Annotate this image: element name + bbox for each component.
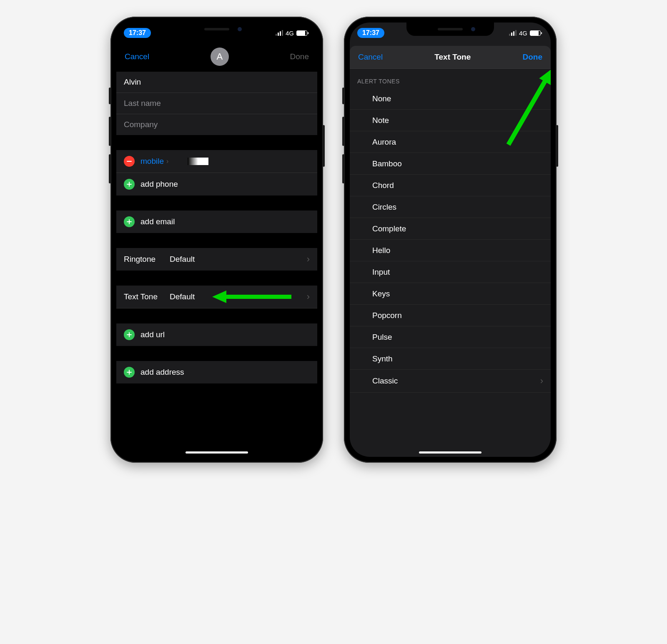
contact-edit-content: Alvin Last name Company mobile › add pho…: [116, 72, 317, 456]
text-tone-label: Text Tone: [124, 292, 165, 301]
phone-row[interactable]: mobile ›: [116, 150, 317, 173]
nav-bar: Cancel Text Tone Done: [350, 46, 551, 69]
notch: [406, 23, 494, 36]
minus-icon[interactable]: [124, 156, 135, 167]
add-email-row[interactable]: add email: [116, 210, 317, 233]
home-indicator[interactable]: [186, 451, 248, 454]
battery-icon: [296, 30, 307, 36]
tone-row[interactable]: Keys: [350, 283, 551, 305]
battery-icon: [530, 30, 541, 36]
tone-list-content: ALERT TONES NoneNoteAuroraBambooChordCir…: [350, 69, 551, 453]
tone-row[interactable]: Synth: [350, 348, 551, 370]
company-placeholder: Company: [124, 120, 158, 129]
contact-avatar[interactable]: A: [211, 48, 229, 66]
done-button[interactable]: Done: [522, 53, 542, 62]
tone-row[interactable]: Pulse: [350, 326, 551, 348]
last-name-field[interactable]: Last name: [116, 93, 317, 114]
chevron-right-icon: ›: [166, 158, 168, 165]
add-phone-row[interactable]: add phone: [116, 173, 317, 195]
tone-row[interactable]: Complete: [350, 218, 551, 240]
signal-icon: [509, 30, 517, 36]
done-button[interactable]: Done: [290, 52, 309, 61]
home-indicator[interactable]: [419, 451, 481, 454]
chevron-right-icon: ›: [540, 376, 543, 386]
cancel-button[interactable]: Cancel: [358, 53, 383, 62]
add-url-label: add url: [140, 330, 165, 339]
chevron-right-icon: ›: [307, 291, 310, 302]
text-tone-row[interactable]: Text Tone Default ›: [116, 286, 317, 308]
screen-left: 17:37 4G Cancel A Done Alvin Last name C…: [116, 23, 317, 457]
ringtone-value: Default: [170, 255, 195, 264]
chevron-right-icon: ›: [307, 254, 310, 265]
tone-row[interactable]: Circles: [350, 196, 551, 218]
plus-icon[interactable]: [124, 329, 135, 340]
tone-row[interactable]: Bamboo: [350, 153, 551, 175]
text-tone-value: Default: [170, 292, 195, 301]
phone-left: 17:37 4G Cancel A Done Alvin Last name C…: [110, 17, 323, 463]
cancel-button[interactable]: Cancel: [125, 52, 149, 61]
network-label: 4G: [286, 30, 294, 37]
status-time: 17:37: [124, 28, 151, 38]
screen-right: 17:37 4G Cancel Text Tone Done ALERT TON…: [350, 23, 551, 457]
add-address-label: add address: [140, 368, 184, 377]
tone-row[interactable]: Input: [350, 261, 551, 283]
phone-type-label[interactable]: mobile: [140, 157, 164, 166]
ringtone-row[interactable]: Ringtone Default ›: [116, 248, 317, 271]
first-name-value: Alvin: [124, 78, 141, 87]
tone-row[interactable]: Classic›: [350, 370, 551, 393]
tone-row[interactable]: Chord: [350, 175, 551, 196]
network-label: 4G: [519, 30, 527, 37]
first-name-field[interactable]: Alvin: [116, 72, 317, 93]
nav-bar: Cancel A Done: [116, 43, 317, 72]
status-time: 17:37: [357, 28, 384, 38]
tone-row[interactable]: Aurora: [350, 131, 551, 153]
tone-row[interactable]: Hello: [350, 240, 551, 261]
ringtone-label: Ringtone: [124, 255, 165, 264]
last-name-placeholder: Last name: [124, 99, 161, 108]
nav-title: Text Tone: [434, 53, 471, 62]
plus-icon[interactable]: [124, 179, 135, 190]
notch: [173, 23, 261, 36]
signal-icon: [276, 30, 283, 36]
phone-right: 17:37 4G Cancel Text Tone Done ALERT TON…: [344, 17, 557, 463]
add-email-label: add email: [140, 217, 175, 226]
avatar-initial: A: [217, 51, 223, 62]
tone-row[interactable]: Popcorn: [350, 305, 551, 326]
add-phone-label: add phone: [140, 180, 178, 189]
add-url-row[interactable]: add url: [116, 323, 317, 346]
plus-icon[interactable]: [124, 367, 135, 378]
phone-number-redacted: [188, 158, 208, 165]
tone-row[interactable]: None: [350, 88, 551, 110]
plus-icon[interactable]: [124, 216, 135, 227]
add-address-row[interactable]: add address: [116, 361, 317, 383]
company-field[interactable]: Company: [116, 114, 317, 135]
alert-tones-header: ALERT TONES: [350, 69, 551, 88]
